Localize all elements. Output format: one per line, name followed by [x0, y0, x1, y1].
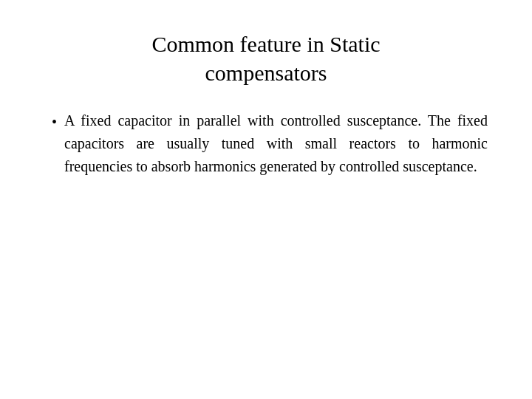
slide-container: Common feature in Static compensators • … — [0, 0, 532, 399]
slide-title: Common feature in Static compensators — [44, 30, 488, 87]
bullet-text: A fixed capacitor in parallel with contr… — [64, 109, 488, 178]
title-block: Common feature in Static compensators — [44, 30, 488, 87]
title-line2: compensators — [205, 61, 327, 85]
content-block: • A fixed capacitor in parallel with con… — [44, 109, 488, 178]
bullet-dot: • — [52, 111, 57, 133]
bullet-item: • A fixed capacitor in parallel with con… — [52, 109, 488, 178]
title-line1: Common feature in Static — [151, 32, 380, 56]
